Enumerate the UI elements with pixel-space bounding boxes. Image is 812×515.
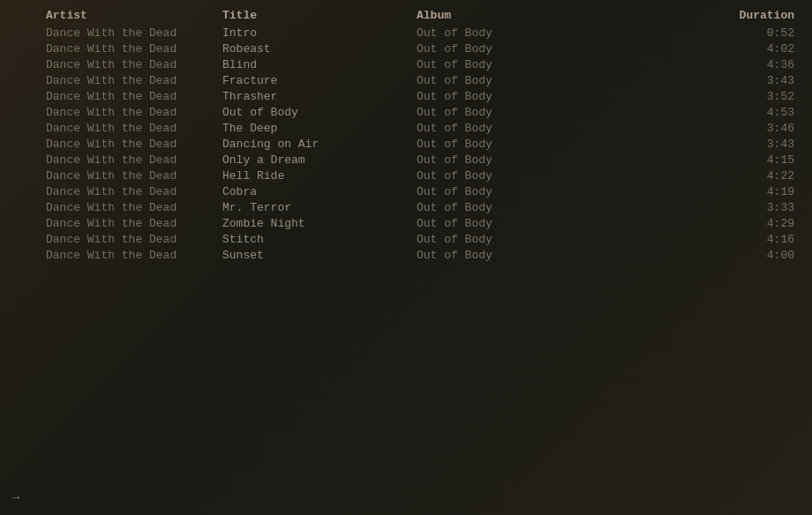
track-duration: 4:22 <box>611 169 794 183</box>
track-artist: Dance With the Dead <box>46 217 222 230</box>
track-artist: Dance With the Dead <box>46 169 222 183</box>
track-artist: Dance With the Dead <box>46 233 222 246</box>
track-artist: Dance With the Dead <box>46 42 222 56</box>
track-title: Cobra <box>222 185 417 198</box>
track-title: Fracture <box>222 74 417 87</box>
track-title: Only a Dream <box>222 153 417 167</box>
track-title: Mr. Terror <box>222 201 417 214</box>
track-album: Out of Body <box>417 58 611 71</box>
table-row[interactable]: Dance With the DeadThe DeepOut of Body3:… <box>0 120 812 136</box>
track-artist: Dance With the Dead <box>46 138 222 151</box>
track-album: Out of Body <box>417 138 611 151</box>
table-row[interactable]: Dance With the DeadRobeastOut of Body4:0… <box>0 41 812 56</box>
track-duration: 3:43 <box>611 74 794 87</box>
track-duration: 4:02 <box>611 42 794 56</box>
track-title: Thrasher <box>222 90 417 103</box>
track-album: Out of Body <box>417 217 611 230</box>
track-duration: 4:16 <box>611 233 794 246</box>
track-album: Out of Body <box>417 106 611 119</box>
track-title: Sunset <box>222 249 417 262</box>
col-header-title: Title <box>222 9 417 22</box>
track-duration: 0:52 <box>611 26 794 40</box>
track-album: Out of Body <box>417 185 611 198</box>
track-duration: 4:36 <box>611 58 794 71</box>
track-artist: Dance With the Dead <box>46 74 222 87</box>
track-artist: Dance With the Dead <box>46 90 222 103</box>
table-header: Artist Title Album Duration <box>0 7 812 23</box>
col-header-duration: Duration <box>611 9 794 22</box>
bottom-arrow-icon: → <box>12 490 19 504</box>
col-header-album: Album <box>417 9 611 22</box>
track-album: Out of Body <box>417 42 611 56</box>
table-row[interactable]: Dance With the DeadFractureOut of Body3:… <box>0 72 812 88</box>
table-row[interactable]: Dance With the DeadZombie NightOut of Bo… <box>0 215 812 231</box>
table-row[interactable]: Dance With the DeadThrasherOut of Body3:… <box>0 88 812 104</box>
track-title: Intro <box>222 26 417 40</box>
track-title: Stitch <box>222 233 417 246</box>
table-row[interactable]: Dance With the DeadStitchOut of Body4:16 <box>0 231 812 247</box>
track-album: Out of Body <box>417 169 611 183</box>
track-title: Zombie Night <box>222 217 417 230</box>
track-duration: 4:15 <box>611 153 794 167</box>
track-duration: 3:52 <box>611 90 794 103</box>
track-title: The Deep <box>222 122 417 135</box>
track-title: Hell Ride <box>222 169 417 183</box>
track-album: Out of Body <box>417 122 611 135</box>
track-artist: Dance With the Dead <box>46 58 222 71</box>
table-row[interactable]: Dance With the DeadSunsetOut of Body4:00 <box>0 247 812 263</box>
track-list: Artist Title Album Duration Dance With t… <box>0 0 812 270</box>
track-album: Out of Body <box>417 74 611 87</box>
track-duration: 3:43 <box>611 138 794 151</box>
track-album: Out of Body <box>417 153 611 167</box>
track-artist: Dance With the Dead <box>46 153 222 167</box>
track-artist: Dance With the Dead <box>46 106 222 119</box>
track-title: Robeast <box>222 42 417 56</box>
track-duration: 4:29 <box>611 217 794 230</box>
track-duration: 3:46 <box>611 122 794 135</box>
table-row[interactable]: Dance With the DeadDancing on AirOut of … <box>0 136 812 152</box>
table-row[interactable]: Dance With the DeadMr. TerrorOut of Body… <box>0 199 812 215</box>
track-album: Out of Body <box>417 90 611 103</box>
track-album: Out of Body <box>417 233 611 246</box>
table-row[interactable]: Dance With the DeadBlindOut of Body4:36 <box>0 56 812 72</box>
track-duration: 4:19 <box>611 185 794 198</box>
table-row[interactable]: Dance With the DeadHell RideOut of Body4… <box>0 168 812 183</box>
table-row[interactable]: Dance With the DeadCobraOut of Body4:19 <box>0 183 812 199</box>
track-duration: 4:53 <box>611 106 794 119</box>
track-duration: 4:00 <box>611 249 794 262</box>
table-row[interactable]: Dance With the DeadIntroOut of Body0:52 <box>0 25 812 41</box>
track-album: Out of Body <box>417 26 611 40</box>
track-duration: 3:33 <box>611 201 794 214</box>
track-artist: Dance With the Dead <box>46 249 222 262</box>
track-artist: Dance With the Dead <box>46 26 222 40</box>
table-row[interactable]: Dance With the DeadOut of BodyOut of Bod… <box>0 104 812 120</box>
track-album: Out of Body <box>417 201 611 214</box>
track-artist: Dance With the Dead <box>46 122 222 135</box>
track-title: Blind <box>222 58 417 71</box>
track-artist: Dance With the Dead <box>46 185 222 198</box>
track-title: Dancing on Air <box>222 138 417 151</box>
track-artist: Dance With the Dead <box>46 201 222 214</box>
table-row[interactable]: Dance With the DeadOnly a DreamOut of Bo… <box>0 152 812 168</box>
track-album: Out of Body <box>417 249 611 262</box>
track-title: Out of Body <box>222 106 417 119</box>
col-header-artist: Artist <box>46 9 222 22</box>
